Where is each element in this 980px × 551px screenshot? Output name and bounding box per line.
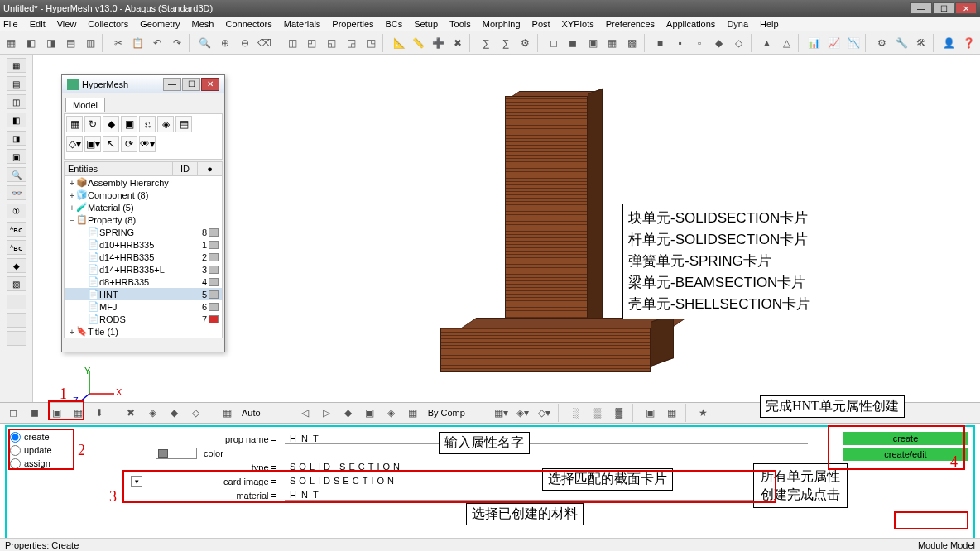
mb-tool-icon[interactable]: ▣▾: [84, 136, 101, 152]
menu-view[interactable]: View: [57, 19, 77, 29]
sidebar-button[interactable]: [7, 313, 26, 328]
cursor-icon[interactable]: ↖: [103, 136, 119, 152]
toolbar-button[interactable]: △: [777, 34, 795, 52]
toolbar-button[interactable]: ◧: [22, 34, 41, 52]
display-button[interactable]: ▦▾: [492, 404, 511, 422]
toolbar-button[interactable]: ➕: [430, 34, 448, 52]
display-button[interactable]: ◁: [296, 404, 315, 422]
menu-xyplots[interactable]: XYPlots: [562, 19, 594, 29]
display-button[interactable]: ⬇: [90, 404, 108, 422]
display-button[interactable]: ▓: [610, 404, 628, 422]
tree-row[interactable]: +🧪Material (5): [65, 201, 222, 213]
toolbar-button[interactable]: ▪: [670, 34, 689, 52]
toolbar-button[interactable]: ◇: [730, 34, 748, 52]
toolbar-button[interactable]: ◫: [283, 34, 301, 52]
toolbar-button[interactable]: ■: [651, 34, 670, 52]
tree-row[interactable]: 📄d8+HRB3354: [65, 276, 222, 288]
tree-row[interactable]: +🧊Component (8): [65, 189, 222, 201]
tree-row[interactable]: 📄d14+HRB335+L3: [65, 263, 222, 276]
sidebar-button[interactable]: ◫: [7, 94, 26, 109]
toolbar-button[interactable]: ↷: [168, 34, 186, 52]
toolbar-button[interactable]: ∑: [477, 34, 495, 52]
model-tree[interactable]: +📦Assembly Hierarchy+🧊Component (8)+🧪Mat…: [64, 176, 223, 338]
display-button[interactable]: ◼: [26, 404, 44, 422]
sidebar-button[interactable]: ◆: [7, 258, 26, 273]
display-button[interactable]: ▣: [641, 404, 660, 422]
mb-close-button[interactable]: ✕: [201, 78, 219, 91]
tree-row[interactable]: 📄d14+HRB3352: [65, 251, 222, 263]
toolbar-button[interactable]: 📊: [805, 34, 824, 52]
sidebar-button[interactable]: 🔍: [7, 167, 26, 182]
menu-help[interactable]: Help: [760, 19, 779, 29]
close-button[interactable]: ✕: [955, 2, 977, 14]
toolbar-button[interactable]: ▣: [584, 34, 602, 52]
toolbar-button[interactable]: ⊖: [236, 34, 254, 52]
tree-row[interactable]: +📦Assembly Hierarchy: [65, 176, 222, 189]
menu-collectors[interactable]: Collectors: [88, 19, 128, 29]
toolbar-button[interactable]: ◲: [343, 34, 361, 52]
sidebar-button[interactable]: ᴬʙᴄ: [7, 222, 26, 237]
mb-tool-icon[interactable]: ◈: [157, 116, 174, 132]
menu-geometry[interactable]: Geometry: [140, 19, 180, 29]
toolbar-button[interactable]: 📉: [845, 34, 863, 52]
bycomp-label[interactable]: By Comp: [428, 408, 465, 418]
toolbar-button[interactable]: ↶: [149, 34, 167, 52]
toolbar-button[interactable]: ▤: [61, 34, 79, 52]
sidebar-button[interactable]: 👓: [7, 185, 26, 200]
model-browser[interactable]: HyperMesh — ☐ ✕ Model ▦ ↻ ◆ ▣ ⎌ ◈ ▤ ◇▾ ▣…: [61, 74, 225, 352]
display-button[interactable]: ▒: [588, 404, 607, 422]
mb-tool-icon[interactable]: ⎌: [139, 116, 156, 132]
toolbar-button[interactable]: ⊕: [216, 34, 234, 52]
menu-morphing[interactable]: Morphing: [483, 19, 521, 29]
toolbar-button[interactable]: 📐: [390, 34, 408, 52]
mb-minimize-button[interactable]: —: [163, 78, 181, 91]
toolbar-button[interactable]: ◳: [362, 34, 380, 52]
mb-maximize-button[interactable]: ☐: [182, 78, 200, 91]
toolbar-button[interactable]: ✖: [449, 34, 468, 52]
toolbar-button[interactable]: ▦: [603, 34, 622, 52]
display-button[interactable]: ▷: [318, 404, 336, 422]
toolbar-button[interactable]: 📏: [410, 34, 428, 52]
sidebar-button[interactable]: ◧: [7, 113, 26, 127]
display-button[interactable]: ◻: [4, 404, 22, 422]
toolbar-button[interactable]: ⌫: [255, 34, 273, 52]
display-button[interactable]: ▣: [361, 404, 379, 422]
sidebar-button[interactable]: ▣: [7, 149, 26, 164]
menu-bcs[interactable]: BCs: [386, 19, 403, 29]
menu-properties[interactable]: Properties: [332, 19, 373, 29]
propname-input[interactable]: HNT: [285, 434, 808, 444]
sidebar-button[interactable]: [7, 295, 26, 309]
display-button[interactable]: ✖: [122, 404, 140, 422]
sidebar-button[interactable]: ◨: [7, 131, 26, 146]
tree-row[interactable]: −📋Property (8): [65, 213, 222, 226]
toolbar-button[interactable]: 📋: [129, 34, 147, 52]
menu-setup[interactable]: Setup: [414, 19, 438, 29]
tree-row[interactable]: 📄d10+HRB3351: [65, 238, 222, 251]
menu-mesh[interactable]: Mesh: [192, 19, 214, 29]
sidebar-button[interactable]: ▤: [7, 76, 26, 91]
display-button[interactable]: ★: [694, 404, 713, 422]
menu-edit[interactable]: Edit: [30, 19, 46, 29]
mb-tool-icon[interactable]: ◆: [103, 116, 119, 132]
model-browser-titlebar[interactable]: HyperMesh — ☐ ✕: [62, 75, 224, 93]
color-button[interactable]: [156, 448, 197, 459]
sidebar-button[interactable]: ▦: [7, 58, 26, 73]
menu-file[interactable]: File: [3, 19, 18, 29]
tree-row[interactable]: +🔖Title (1): [65, 325, 222, 338]
display-button[interactable]: ◈▾: [514, 404, 532, 422]
display-button[interactable]: ◇: [186, 404, 204, 422]
toolbar-button[interactable]: 🔧: [892, 34, 910, 52]
tab-model[interactable]: Model: [65, 98, 105, 112]
tree-row[interactable]: 📄HNT5: [65, 288, 222, 300]
sidebar-button[interactable]: [7, 331, 26, 346]
display-button[interactable]: ◈: [143, 404, 161, 422]
toolbar-button[interactable]: 👤: [940, 34, 958, 52]
toolbar-button[interactable]: ▥: [81, 34, 99, 52]
menu-materials[interactable]: Materials: [284, 19, 321, 29]
menu-tools[interactable]: Tools: [449, 19, 471, 29]
toolbar-button[interactable]: ⚙: [516, 34, 535, 52]
sidebar-button[interactable]: ▧: [7, 276, 26, 291]
toolbar-button[interactable]: ▩: [623, 34, 641, 52]
toolbar-button[interactable]: ▦: [2, 34, 21, 52]
toolbar-button[interactable]: ▲: [758, 34, 776, 52]
